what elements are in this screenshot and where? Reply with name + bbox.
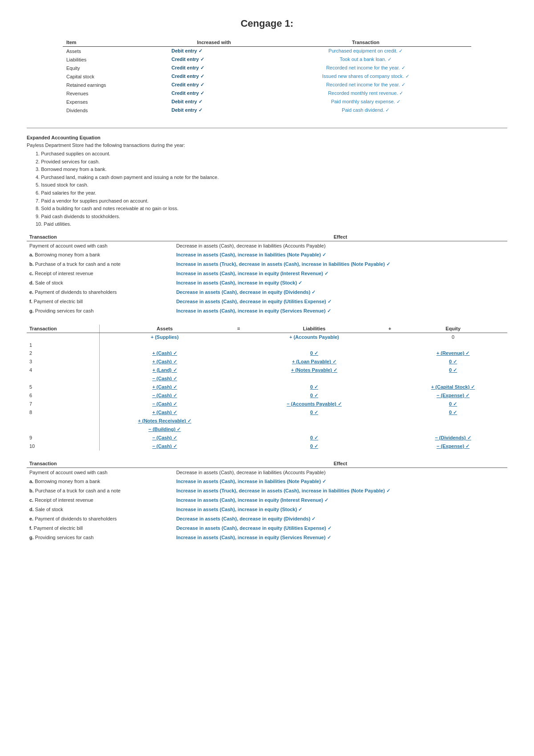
- table-row: 3 + (Cash) ✓ + (Loan Payable) ✓ 0 ✓: [27, 358, 507, 366]
- table-row: 9 − (Cash) ✓ 0 ✓ − (Dividends) ✓: [27, 434, 507, 442]
- te1-col-effect: Effect: [174, 233, 507, 241]
- table-row: − (Building) ✓: [27, 425, 507, 434]
- eq-equity-cell: [399, 374, 507, 383]
- increased-cell: Debit entry ✓: [168, 47, 260, 56]
- table-row: Liabilities Credit entry ✓ Took out a ba…: [63, 55, 471, 64]
- table-row: 6 − (Cash) ✓ 0 ✓ − (Expense) ✓: [27, 391, 507, 400]
- effect-cell: Decrease in assets (Cash), decrease in e…: [174, 288, 507, 297]
- increased-cell: Credit entry ✓: [168, 72, 260, 81]
- transaction-cell: Paid cash dividend. ✓: [260, 106, 471, 114]
- eq-num-cell: [27, 425, 100, 434]
- transaction-cell: Issued new shares of company stock. ✓: [260, 72, 471, 81]
- list-item: 8. Sold a building for cash and notes re…: [36, 205, 507, 213]
- table-row: e. Payment of dividends to shareholders …: [27, 288, 507, 297]
- transaction-cell: Recorded net income for the year. ✓: [260, 81, 471, 89]
- table-row: 10 − (Cash) ✓ 0 ✓ − (Expense) ✓: [27, 442, 507, 451]
- eq-equity-cell: [399, 417, 507, 425]
- col-item: Item: [63, 38, 168, 47]
- list-item: 10. Paid utilities.: [36, 220, 507, 228]
- increased-cell: Debit entry ✓: [168, 98, 260, 106]
- table-row: Expenses Debit entry ✓ Paid monthly sala…: [63, 98, 471, 106]
- transaction-cell: e. Payment of dividends to shareholders: [27, 288, 174, 297]
- table-row: d. Sale of stock Increase in assets (Cas…: [27, 278, 507, 288]
- eq-assets-cell: − (Cash) ✓: [100, 400, 230, 408]
- eq-equity-cell: + (Capital Stock) ✓: [399, 383, 507, 391]
- eq-assets-cell: + (Notes Receivable) ✓: [100, 417, 230, 425]
- eq-liabilities-cell: [247, 374, 380, 383]
- table-row: Payment of account owed with cash Decrea…: [27, 241, 507, 250]
- list-item: 9. Paid cash dividends to stockholders.: [36, 213, 507, 221]
- numbered-list: 1. Purchased supplies on account.2. Prov…: [36, 150, 507, 228]
- eq-num-cell: 9: [27, 434, 100, 442]
- table-row: 1: [27, 341, 507, 349]
- eq-liabilities-cell: [247, 341, 380, 349]
- increased-cell: Credit entry ✓: [168, 64, 260, 72]
- transaction-cell: g. Providing services for cash: [27, 306, 174, 316]
- effect-cell: Decrease in assets (Cash), decrease in e…: [174, 297, 507, 306]
- eq-assets-cell: − (Cash) ✓: [100, 442, 230, 451]
- table-row: g. Providing services for cash Increase …: [27, 306, 507, 316]
- eq-header-row: [27, 333, 100, 341]
- transaction-cell: e. Payment of dividends to shareholders: [27, 514, 174, 524]
- table-row: f. Payment of electric bill Decrease in …: [27, 524, 507, 533]
- table-row: c. Receipt of interest revenue Increase …: [27, 496, 507, 505]
- eq-col-eq: =: [230, 325, 248, 333]
- effect-cell: Increase in assets (Cash), increase in e…: [174, 533, 507, 542]
- table-row: g. Providing services for cash Increase …: [27, 533, 507, 542]
- table-row: Retained earnings Credit entry ✓ Recorde…: [63, 81, 471, 89]
- transaction-cell: a. Borrowing money from a bank: [27, 250, 174, 260]
- table-row: Payment of account owed with cash Decrea…: [27, 467, 507, 477]
- table-row: c. Receipt of interest revenue Increase …: [27, 269, 507, 278]
- eq-num-cell: 1: [27, 341, 100, 349]
- te2-col-transaction: Transaction: [27, 459, 174, 468]
- table-row: a. Borrowing money from a bank Increase …: [27, 477, 507, 486]
- eq-assets-cell: + (Cash) ✓: [100, 383, 230, 391]
- section2-container: Expanded Accounting Equation Payless Dep…: [27, 135, 507, 228]
- eq-equity-cell: [399, 425, 507, 434]
- eq-num-cell: [27, 417, 100, 425]
- effect-cell: Decrease in assets (Cash), decrease in l…: [174, 467, 507, 477]
- transaction-cell: Payment of account owed with cash: [27, 467, 174, 477]
- effect-cell: Increase in assets (Cash), increase in e…: [174, 306, 507, 316]
- section2-desc: Payless Department Store had the followi…: [27, 142, 507, 148]
- eq-assets-cell: + (Cash) ✓: [100, 349, 230, 358]
- eq-num-cell: 4: [27, 366, 100, 374]
- eq-assets-cell: − (Cash) ✓: [100, 391, 230, 400]
- effect-cell: Increase in assets (Cash), increase in l…: [174, 250, 507, 260]
- eq-liabilities-cell: 0 ✓: [247, 349, 380, 358]
- eq-num-cell: 3: [27, 358, 100, 366]
- te-table-1: Transaction Effect Payment of account ow…: [27, 233, 507, 316]
- page-title: Cengage 1:: [27, 18, 507, 29]
- col-transaction: Transaction: [260, 38, 471, 47]
- eq-assets-cell: + (Cash) ✓: [100, 408, 230, 417]
- item-cell: Dividends: [63, 106, 168, 114]
- eq-equity-cell: 0 ✓: [399, 366, 507, 374]
- list-item: 3. Borrowed money from a bank.: [36, 166, 507, 174]
- eq-equity-cell: − (Dividends) ✓: [399, 434, 507, 442]
- table-row: 5 + (Cash) ✓ 0 ✓ + (Capital Stock) ✓: [27, 383, 507, 391]
- transaction-cell: Recorded net income for the year. ✓: [260, 64, 471, 72]
- table-row: Assets Debit entry ✓ Purchased equipment…: [63, 47, 471, 56]
- transaction-cell: b. Purchase of a truck for cash and a no…: [27, 486, 174, 496]
- effect-cell: Decrease in assets (Cash), decrease in e…: [174, 524, 507, 533]
- divider-1: [27, 128, 507, 128]
- effect-cell: Increase in assets (Cash), increase in e…: [174, 278, 507, 288]
- eq-col-plus: +: [381, 325, 399, 333]
- eq-liabilities-cell: 0 ✓: [247, 442, 380, 451]
- eq-col-transaction: Transaction: [27, 325, 100, 333]
- transaction-cell: Paid monthly salary expense. ✓: [260, 98, 471, 106]
- list-item: 5. Issued stock for cash.: [36, 181, 507, 189]
- item-cell: Assets: [63, 47, 168, 56]
- section2-title: Expanded Accounting Equation: [27, 135, 507, 140]
- table-row: e. Payment of dividends to shareholders …: [27, 514, 507, 524]
- item-cell: Retained earnings: [63, 81, 168, 89]
- eq-col-equity: Equity: [399, 325, 507, 333]
- eq-num-cell: 10: [27, 442, 100, 451]
- table-row: d. Sale of stock Increase in assets (Cas…: [27, 505, 507, 514]
- effect-cell: Decrease in assets (Cash), decrease in e…: [174, 514, 507, 524]
- table-row: Capital stock Credit entry ✓ Issued new …: [63, 72, 471, 81]
- eq-assets-cell: + (Cash) ✓: [100, 358, 230, 366]
- effect-cell: Increase in assets (Cash), increase in l…: [174, 477, 507, 486]
- item-cell: Liabilities: [63, 55, 168, 64]
- transaction-cell: f. Payment of electric bill: [27, 524, 174, 533]
